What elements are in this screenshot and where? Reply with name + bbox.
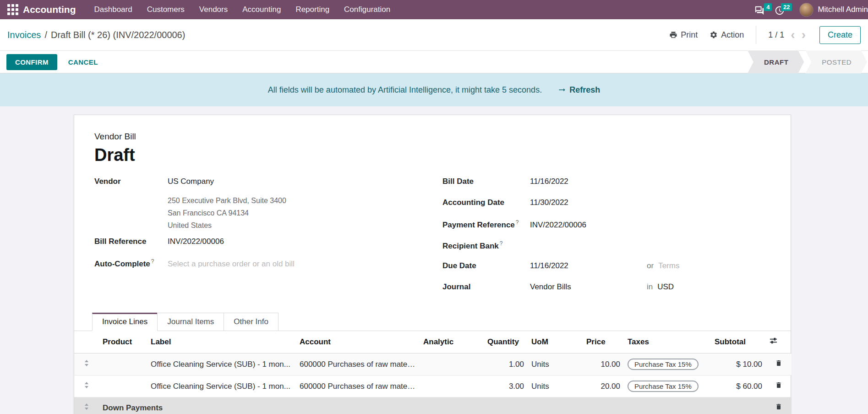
delete-section-button[interactable] [766,397,792,414]
nav-configuration[interactable]: Configuration [337,0,398,19]
nav-customers[interactable]: Customers [140,0,192,19]
invoice-line-row[interactable]: Office Cleaning Service (SUB) - 1 mon...… [74,375,792,397]
cancel-button[interactable]: CANCEL [62,54,104,70]
cell-label[interactable]: Office Cleaning Service (SUB) - 1 mon... [147,353,296,375]
help-icon: ? [500,240,503,247]
top-navbar: Accounting Dashboard Customers Vendors A… [0,0,868,19]
create-button[interactable]: Create [819,26,861,44]
tax-badge[interactable]: Purchase Tax 15% [628,359,699,370]
messages-button[interactable]: 4 [753,4,769,16]
or-label: or [647,261,654,270]
app-name[interactable]: Accounting [23,4,76,15]
col-taxes[interactable]: Taxes [624,331,711,353]
vendor-address-line1: 250 Executive Park Blvd, Suite 3400 [168,194,442,207]
col-analytic[interactable]: Analytic [420,331,484,353]
drag-handle[interactable] [74,353,99,375]
col-product[interactable]: Product [99,331,147,353]
vendor-value[interactable]: US Company [168,177,214,186]
invoice-line-row[interactable]: Office Cleaning Service (SUB) - 1 mon...… [74,353,792,375]
control-panel: Invoices / Draft Bill (* 26) (INV/2022/0… [0,19,868,50]
trash-icon [775,359,782,367]
nav-dashboard[interactable]: Dashboard [87,0,140,19]
print-button[interactable]: Print [669,30,698,40]
pager-next-icon[interactable]: › [802,30,806,39]
table-header-row: Product Label Account Analytic Quantity … [74,331,792,353]
breadcrumb: Invoices / Draft Bill (* 26) (INV/2022/0… [7,30,185,40]
drag-handle[interactable] [74,397,99,414]
cell-product[interactable] [99,353,147,375]
page-title: Draft Bill (* 26) (INV/2022/00006) [51,30,185,40]
cell-uom[interactable]: Units [528,353,583,375]
col-price[interactable]: Price [583,331,624,353]
col-account[interactable]: Account [296,331,420,353]
status-draft[interactable]: DRAFT [748,50,804,73]
cell-subtotal: $ 10.00 [711,353,766,375]
drag-handle-icon [84,403,89,410]
delete-line-button[interactable] [766,375,792,397]
activities-button[interactable]: 22 [773,4,789,16]
tax-badge[interactable]: Purchase Tax 15% [628,381,699,392]
cell-account[interactable]: 600000 Purchases of raw material [296,353,420,375]
recipient-bank-label: Recipient Bank? [442,240,530,251]
cell-taxes[interactable]: Purchase Tax 15% [624,353,711,375]
bill-reference-value[interactable]: INV/2022/00006 [168,237,224,246]
optional-columns-button[interactable] [766,331,792,353]
help-icon: ? [151,258,154,265]
breadcrumb-invoices-link[interactable]: Invoices [7,30,41,40]
journal-value[interactable]: Vendor Bills [530,282,647,292]
tab-other-info[interactable]: Other Info [224,313,278,331]
payment-reference-value[interactable]: INV/2022/00006 [530,221,586,230]
pager-prev-icon[interactable]: ‹ [791,30,795,39]
delete-line-button[interactable] [766,353,792,375]
drag-handle-icon [84,381,89,389]
messages-badge: 4 [764,3,772,11]
cell-price[interactable]: 20.00 [583,375,624,397]
cell-uom[interactable]: Units [528,375,583,397]
cell-analytic[interactable] [420,375,484,397]
tab-invoice-lines[interactable]: Invoice Lines [92,313,158,331]
action-label: Action [721,30,744,40]
topbar-systray: 4 22 Mitchell Admin [753,3,868,17]
status-posted[interactable]: POSTED [805,50,867,73]
cell-price[interactable]: 10.00 [583,353,624,375]
cell-label[interactable]: Office Cleaning Service (SUB) - 1 mon... [147,375,296,397]
form-view: Vendor Bill Draft Vendor US Company 250 … [0,106,868,414]
accounting-date-label: Accounting Date [442,198,530,207]
document-state-title: Draft [94,145,770,165]
action-button[interactable]: Action [710,30,744,40]
in-label: in [647,282,653,292]
currency-value[interactable]: USD [657,282,674,292]
cell-quantity[interactable]: 1.00 [484,353,528,375]
bill-date-value[interactable]: 11/16/2022 [530,177,568,186]
cell-product[interactable] [99,375,147,397]
bill-reference-label: Bill Reference [94,237,168,246]
activities-badge: 22 [781,3,792,11]
due-date-value[interactable]: 11/16/2022 [530,261,647,270]
cell-account[interactable]: 600000 Purchases of raw material [296,375,420,397]
cell-analytic[interactable] [420,353,484,375]
section-row[interactable]: Down Payments [74,397,792,414]
drag-handle-icon [84,359,89,367]
gear-icon [710,31,718,39]
terms-link[interactable]: Terms [658,261,679,270]
section-label[interactable]: Down Payments [99,397,766,414]
apps-menu-icon[interactable] [7,4,18,15]
col-uom[interactable]: UoM [528,331,583,353]
nav-vendors[interactable]: Vendors [192,0,235,19]
accounting-date-value[interactable]: 11/30/2022 [530,198,568,207]
confirm-button[interactable]: CONFIRM [6,54,57,70]
refresh-link[interactable]: Refresh [557,85,600,95]
nav-accounting[interactable]: Accounting [235,0,288,19]
cell-quantity[interactable]: 3.00 [484,375,528,397]
col-subtotal[interactable]: Subtotal [711,331,766,353]
auto-complete-input[interactable]: Select a purchase order or an old bill [168,259,295,269]
cell-taxes[interactable]: Purchase Tax 15% [624,375,711,397]
auto-complete-label: Auto-Complete? [94,258,168,269]
user-menu[interactable]: Mitchell Admin [799,3,868,17]
col-label[interactable]: Label [147,331,296,353]
vendor-label: Vendor [94,177,168,186]
drag-handle[interactable] [74,375,99,397]
tab-journal-items[interactable]: Journal Items [157,313,224,331]
nav-reporting[interactable]: Reporting [288,0,337,19]
col-quantity[interactable]: Quantity [484,331,528,353]
